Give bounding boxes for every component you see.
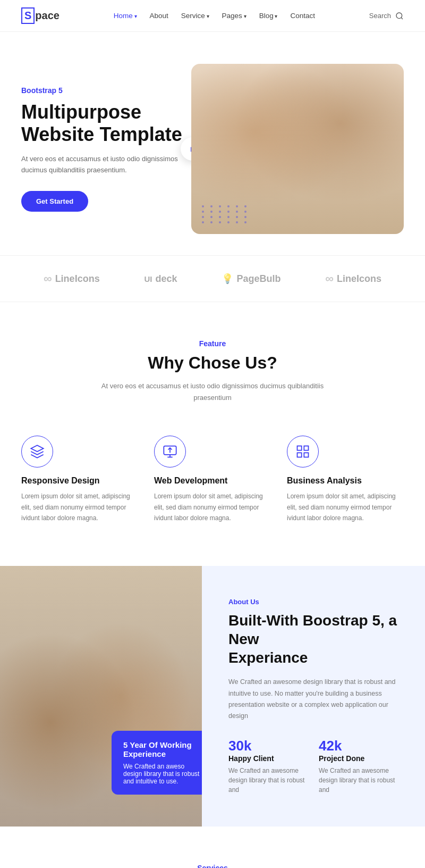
happy-client-label: Happy Client [228, 754, 308, 763]
business-desc: Lorem ipsum dolor sit amet, adipiscing e… [287, 491, 404, 523]
hero-title: Multipurpose Website Template [21, 101, 191, 145]
feature-webdev: Web Development Lorem ipsum dolor sit am… [154, 430, 271, 529]
uideck-label: deck [156, 273, 177, 285]
about-badge: 5 Year Of Working Experience We Crafted … [112, 731, 202, 795]
responsive-icon-wrap [21, 436, 53, 468]
uideck-icon: UI [144, 274, 152, 283]
navbar: S pace Home About Service Pages Blog Con… [0, 0, 425, 32]
brand-lineicons-2: ∞ LineIcons [325, 272, 381, 286]
about-label: About Us [228, 598, 398, 606]
hero-image-area [191, 64, 404, 234]
feature-business: Business Analysis Lorem ipsum dolor sit … [287, 430, 404, 529]
pagebulb-label: PageBulb [236, 273, 280, 285]
about-badge-desc: We Crafted an aweso design library that … [123, 763, 201, 785]
services-label: Services [21, 864, 404, 868]
about-section: 5 Year Of Working Experience We Crafted … [0, 566, 425, 827]
brand-lineicons-1: ∞ LineIcons [44, 272, 100, 286]
features-section: Feature Why Chose Us? At vero eos et acc… [0, 302, 425, 566]
svg-line-1 [401, 18, 403, 19]
lineicons-label-2: LineIcons [337, 273, 381, 285]
stat-happy-client: 30k Happy Client We Crafted an awesome d… [228, 738, 308, 795]
nav-contact[interactable]: Contact [290, 12, 315, 20]
webdev-desc: Lorem ipsum dolor sit amet, adipiscing e… [154, 491, 271, 523]
brand-logo[interactable]: S pace [21, 7, 60, 24]
about-description: We Crafted an awesome design library tha… [228, 677, 398, 722]
happy-client-num: 30k [228, 738, 308, 754]
about-image: 5 Year Of Working Experience We Crafted … [0, 566, 202, 827]
nav-home[interactable]: Home [114, 12, 137, 20]
about-content: About Us Built-With Boostrap 5, a New Ex… [202, 566, 425, 827]
nav-pages[interactable]: Pages [222, 12, 246, 20]
responsive-desc: Lorem ipsum dolor sit amet, adipiscing e… [21, 491, 138, 523]
svg-rect-10 [304, 453, 308, 457]
business-icon-wrap [287, 436, 319, 468]
happy-client-desc: We Crafted an awesome design library tha… [228, 766, 308, 795]
project-done-num: 42k [319, 738, 398, 754]
lineicons-icon-2: ∞ [325, 272, 334, 286]
brands-section: ∞ LineIcons UI deck 💡 PageBulb ∞ LineIco… [0, 255, 425, 302]
hero-badge: Bootstrap 5 [21, 86, 191, 95]
about-badge-title: 5 Year Of Working Experience [123, 740, 201, 758]
features-grid: Responsive Design Lorem ipsum dolor sit … [21, 430, 404, 529]
nav-blog[interactable]: Blog [259, 12, 278, 20]
brand-box: S [21, 7, 35, 24]
webdev-icon-wrap [154, 436, 186, 468]
business-title: Business Analysis [287, 476, 404, 486]
nav-service[interactable]: Service [181, 12, 209, 20]
hero-section: Bootstrap 5 Multipurpose Website Templat… [0, 32, 425, 255]
lineicons-icon: ∞ [44, 272, 52, 286]
nav-about[interactable]: About [150, 12, 168, 20]
svg-rect-7 [298, 446, 302, 450]
about-title: Built-With Boostrap 5, a New Experiance [228, 611, 398, 667]
layers-icon [30, 444, 45, 459]
features-desc: At vero eos et accusamus et iusto odio d… [101, 380, 324, 404]
svg-rect-9 [298, 453, 302, 457]
grid-icon [295, 444, 310, 459]
brand-name: pace [35, 10, 60, 22]
hero-content: Bootstrap 5 Multipurpose Website Templat… [21, 86, 191, 211]
search-label: Search [369, 12, 391, 20]
svg-point-0 [396, 13, 402, 19]
responsive-title: Responsive Design [21, 476, 138, 486]
search-area[interactable]: Search [369, 12, 404, 20]
lineicons-label-1: LineIcons [55, 273, 100, 285]
pagebulb-icon: 💡 [222, 273, 233, 285]
search-icon [395, 12, 404, 20]
svg-rect-8 [304, 446, 308, 450]
brand-pagebulb: 💡 PageBulb [222, 273, 280, 285]
features-title: Why Chose Us? [21, 353, 404, 373]
webdev-title: Web Development [154, 476, 271, 486]
feature-responsive: Responsive Design Lorem ipsum dolor sit … [21, 430, 138, 529]
about-stats: 30k Happy Client We Crafted an awesome d… [228, 738, 398, 795]
svg-marker-2 [31, 446, 43, 452]
monitor-icon [163, 444, 177, 459]
dots-decoration [202, 205, 250, 223]
services-section: Services Our Best Services At vero eos e… [0, 827, 425, 868]
stat-project-done: 42k Project Done We Crafted an awesome d… [319, 738, 398, 795]
get-started-button[interactable]: Get Started [21, 191, 88, 212]
project-done-label: Project Done [319, 754, 398, 763]
brand-uideck: UI deck [144, 273, 177, 285]
hero-description: At vero eos et accusamus et iusto odio d… [21, 154, 191, 176]
nav-links: Home About Service Pages Blog Contact [114, 12, 315, 20]
features-label: Feature [21, 339, 404, 348]
project-done-desc: We Crafted an awesome design library tha… [319, 766, 398, 795]
